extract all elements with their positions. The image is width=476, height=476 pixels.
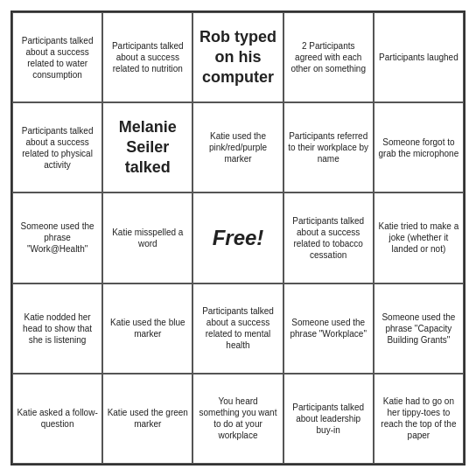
bingo-cell-r1c0[interactable]: Participants talked about a success rela… (12, 102, 102, 192)
bingo-cell-r4c4[interactable]: Katie had to go on her tippy-toes to rea… (374, 374, 464, 464)
bingo-cell-r1c3[interactable]: Participants referred to their workplace… (284, 102, 374, 192)
bingo-cell-r2c1[interactable]: Katie misspelled a word (102, 192, 192, 283)
bingo-cell-r4c3[interactable]: Participants talked about leadership buy… (284, 374, 374, 464)
bingo-cell-r0c0[interactable]: Participants talked about a success rela… (12, 12, 102, 102)
bingo-cell-r3c1[interactable]: Katie used the blue marker (102, 284, 192, 374)
bingo-board: Participants talked about a success rela… (10, 10, 466, 466)
bingo-cell-r4c2[interactable]: You heard something you want to do at yo… (192, 374, 283, 464)
bingo-cell-r1c4[interactable]: Someone forgot to grab the microphone (374, 102, 464, 192)
bingo-cell-r0c3[interactable]: 2 Participants agreed with each other on… (284, 12, 374, 102)
bingo-cell-r3c2[interactable]: Participants talked about a success rela… (192, 284, 283, 374)
bingo-cell-r1c2[interactable]: Katie used the pink/red/purple marker (192, 102, 283, 192)
bingo-cell-r3c3[interactable]: Someone used the phrase "Workplace" (284, 284, 374, 374)
bingo-cell-r0c2[interactable]: Rob typed on his computer (192, 12, 283, 102)
bingo-cell-r2c3[interactable]: Participants talked about a success rela… (284, 192, 374, 283)
bingo-cell-r4c1[interactable]: Katie used the green marker (102, 374, 192, 464)
bingo-cell-r1c1[interactable]: Melanie Seiler talked (102, 102, 192, 192)
bingo-cell-r2c2[interactable]: Free! (192, 192, 283, 283)
bingo-cell-r0c4[interactable]: Participants laughed (374, 12, 464, 102)
bingo-cell-r2c4[interactable]: Katie tried to make a joke (whether it l… (374, 192, 464, 283)
bingo-cell-r0c1[interactable]: Participants talked about a success rela… (102, 12, 192, 102)
bingo-cell-r4c0[interactable]: Katie asked a follow-question (12, 374, 102, 464)
bingo-cell-r2c0[interactable]: Someone used the phrase "Work@Health" (12, 192, 102, 283)
bingo-cell-r3c4[interactable]: Someone used the phrase "Capacity Buildi… (374, 284, 464, 374)
bingo-cell-r3c0[interactable]: Katie nodded her head to show that she i… (12, 284, 102, 374)
